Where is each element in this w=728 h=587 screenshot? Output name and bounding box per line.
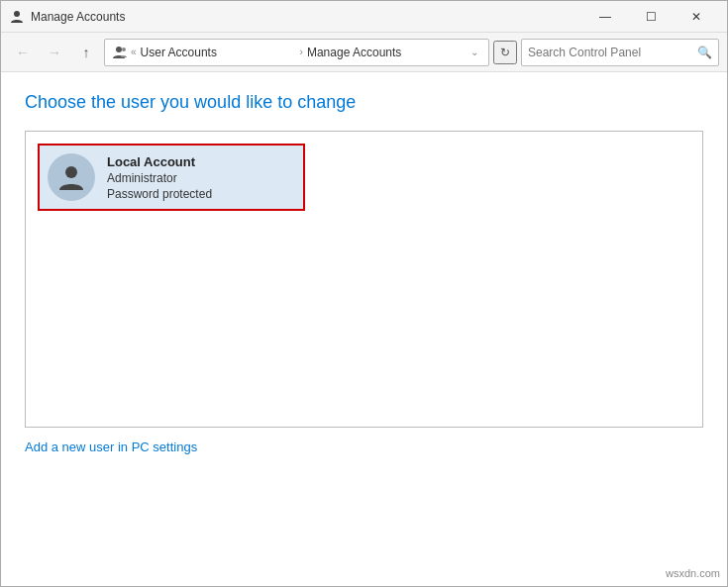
account-status: Password protected: [107, 187, 212, 201]
svg-point-0: [14, 11, 20, 17]
window-icon: [9, 9, 25, 25]
svg-point-2: [122, 48, 126, 51]
search-icon[interactable]: 🔍: [697, 46, 712, 59]
breadcrumb-chevron-left: «: [131, 47, 137, 57]
minimize-button[interactable]: —: [582, 1, 628, 33]
back-button[interactable]: ←: [9, 39, 37, 66]
svg-point-3: [65, 166, 77, 178]
breadcrumb-parent[interactable]: User Accounts: [141, 46, 296, 59]
main-content: Choose the user you would like to change…: [1, 72, 727, 586]
account-name: Local Account: [107, 154, 212, 169]
avatar: [48, 153, 95, 201]
accounts-container: Local Account Administrator Password pro…: [25, 131, 703, 428]
svg-point-1: [116, 47, 122, 52]
restore-button[interactable]: ☐: [628, 1, 674, 33]
forward-button[interactable]: →: [41, 39, 68, 66]
window-title: Manage Accounts: [31, 10, 582, 24]
account-role: Administrator: [107, 171, 212, 185]
search-box: 🔍: [521, 39, 719, 66]
add-user-link[interactable]: Add a new user in PC settings: [25, 440, 197, 454]
nav-bar: ← → ↑ « User Accounts › Manage Accounts …: [1, 33, 727, 72]
refresh-button[interactable]: ↻: [493, 41, 517, 64]
up-button[interactable]: ↑: [72, 39, 100, 66]
window-controls: — ☐ ✕: [582, 1, 719, 33]
watermark: wsxdn.com: [666, 567, 720, 579]
page-heading: Choose the user you would like to change: [25, 92, 703, 113]
breadcrumb-current: Manage Accounts: [307, 46, 463, 59]
account-info: Local Account Administrator Password pro…: [107, 154, 212, 201]
window: Manage Accounts — ☐ ✕ ← → ↑ « User Accou…: [0, 0, 728, 587]
title-bar: Manage Accounts — ☐ ✕: [1, 1, 727, 33]
close-button[interactable]: ✕: [674, 1, 719, 33]
search-input[interactable]: [528, 46, 697, 59]
account-item[interactable]: Local Account Administrator Password pro…: [38, 144, 305, 211]
address-bar: « User Accounts › Manage Accounts ⌄: [104, 39, 489, 66]
breadcrumb-separator: ›: [300, 47, 303, 57]
breadcrumb-icon: [111, 45, 127, 60]
address-dropdown-button[interactable]: ⌄: [467, 47, 482, 57]
